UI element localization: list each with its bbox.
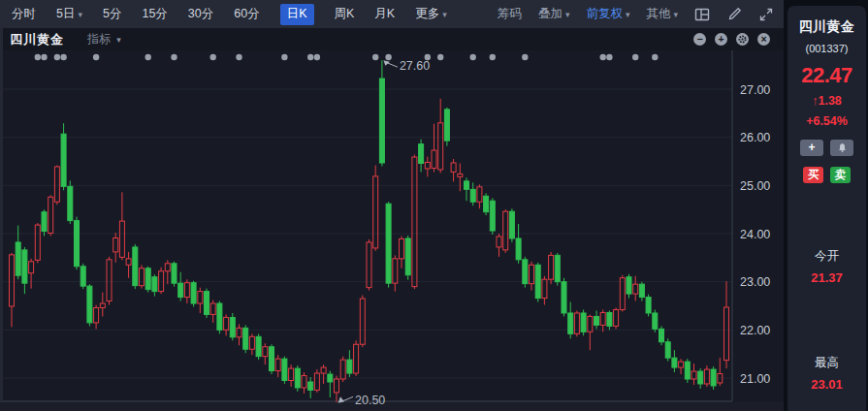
candle-body	[308, 382, 313, 390]
candle-body	[87, 286, 92, 323]
event-marker-dot	[145, 54, 151, 60]
candle-body	[191, 283, 196, 303]
candle-body	[620, 278, 625, 310]
candle-body	[243, 328, 248, 349]
event-marker-dot	[522, 54, 528, 60]
settings-gear-icon[interactable]	[736, 33, 749, 46]
candle-body	[627, 277, 631, 294]
candle-body	[444, 110, 449, 141]
candlestick-svg: 27.0026.0025.0024.0023.0022.0021.0027.60…	[0, 50, 784, 411]
chevron-down-icon: ▾	[442, 10, 447, 19]
tool-menu: 筹码叠加▾前复权▾其他▾	[498, 6, 678, 22]
candle-body	[29, 262, 34, 273]
period-tab-周K[interactable]: 周K	[335, 6, 355, 22]
quote-panel: 四川黄金 (001337) 22.47 ↑1.38 +6.54% + 买 卖 今…	[788, 6, 866, 411]
period-tab-15分[interactable]: 15分	[142, 6, 167, 22]
candle-body	[432, 150, 436, 168]
y-tick-label: 26.00	[740, 131, 770, 144]
event-marker-dot	[314, 54, 320, 60]
candle-body	[412, 157, 417, 287]
candle-body	[152, 277, 157, 292]
candle-body	[347, 360, 352, 373]
candle-body	[438, 123, 443, 170]
price-alert-button[interactable]	[830, 140, 853, 156]
open-value: 21.37	[788, 270, 866, 285]
tool-其他[interactable]: 其他▾	[646, 6, 678, 22]
left-edge-divider	[0, 28, 3, 401]
tool-叠加[interactable]: 叠加▾	[538, 6, 570, 22]
chevron-down-icon: ▾	[78, 10, 82, 19]
event-marker-dot	[281, 54, 287, 60]
candle-body	[503, 211, 508, 250]
candle-body	[451, 163, 456, 172]
candle-body	[178, 283, 183, 297]
quote-quick-buttons: +	[788, 140, 866, 156]
event-marker-dot	[171, 54, 177, 60]
period-tab-60分[interactable]: 60分	[234, 6, 259, 22]
tool-前复权[interactable]: 前复权▾	[586, 6, 629, 22]
candle-body	[633, 284, 638, 294]
period-tab-更多[interactable]: 更多▾	[415, 6, 447, 22]
candle-body	[549, 255, 554, 279]
candle-body	[600, 312, 605, 325]
period-tab-分时[interactable]: 分时	[12, 6, 36, 22]
chevron-down-icon: ▾	[626, 10, 630, 19]
zoom-in-icon[interactable]: +	[715, 33, 727, 46]
period-toolbar: 分时5日▾5分15分30分60分日K周K月K更多▾ 筹码叠加▾前复权▾其他▾	[0, 0, 784, 28]
candle-body	[470, 189, 475, 202]
candle-body	[48, 197, 53, 233]
sell-button[interactable]: 卖	[830, 167, 851, 183]
event-marker-dot	[93, 54, 99, 60]
period-tab-日K[interactable]: 日K	[280, 4, 314, 25]
candle-body	[458, 174, 463, 176]
buy-button[interactable]: 买	[803, 167, 823, 183]
candle-body	[367, 242, 371, 288]
candle-body	[509, 211, 514, 238]
fullscreen-icon[interactable]	[758, 7, 774, 22]
event-marker-dot	[210, 54, 216, 60]
candle-body	[340, 360, 345, 379]
candle-body	[379, 79, 384, 163]
tool-筹码[interactable]: 筹码	[498, 6, 522, 22]
candle-body	[607, 312, 612, 326]
high-label: 最高	[788, 355, 866, 371]
zoom-out-icon[interactable]: −	[693, 33, 706, 46]
candle-body	[75, 221, 80, 267]
candle-body	[10, 255, 15, 306]
candle-body	[22, 250, 27, 283]
quote-stock-code: (001337)	[788, 43, 866, 54]
period-tab-5日[interactable]: 5日▾	[56, 6, 82, 22]
grid-layout-icon[interactable]	[694, 7, 710, 22]
indicator-dropdown[interactable]: 指标 ▾	[87, 31, 121, 47]
candle-body	[256, 336, 261, 356]
candle-body	[393, 259, 398, 283]
candle-body	[685, 362, 690, 379]
add-to-watchlist-button[interactable]: +	[800, 140, 823, 156]
y-tick-label: 25.00	[740, 179, 770, 193]
quote-change-percent: +6.54%	[788, 114, 866, 128]
candle-body	[16, 242, 20, 275]
candle-body	[425, 162, 430, 168]
close-icon[interactable]: ×	[757, 33, 770, 46]
period-tab-月K[interactable]: 月K	[374, 6, 395, 22]
candle-body	[249, 336, 254, 349]
open-label: 今开	[788, 248, 866, 265]
candle-body	[314, 373, 319, 390]
candle-body	[568, 313, 573, 333]
candle-body	[672, 358, 677, 367]
event-marker-dot	[600, 54, 606, 60]
candle-body	[54, 167, 59, 202]
candle-body	[698, 371, 703, 384]
event-marker-dot	[35, 54, 41, 60]
candle-body	[282, 359, 287, 380]
event-marker-dot	[606, 54, 612, 60]
candlestick-chart[interactable]: 27.0026.0025.0024.0023.0022.0021.0027.60…	[0, 50, 784, 411]
candle-body	[354, 344, 359, 373]
candle-body	[100, 303, 105, 307]
candle-body	[263, 347, 268, 357]
draw-tool-icon[interactable]	[726, 7, 742, 22]
period-tab-30分[interactable]: 30分	[188, 6, 213, 22]
trade-buttons: 买 卖	[788, 167, 866, 183]
candle-body	[679, 362, 684, 367]
period-tab-5分[interactable]: 5分	[103, 6, 121, 22]
